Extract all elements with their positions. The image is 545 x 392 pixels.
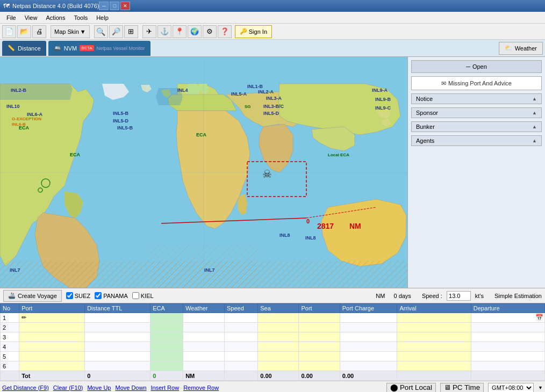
kiel-checkbox-label[interactable]: KIEL (132, 292, 154, 299)
svg-text:INL5-D: INL5-D (113, 118, 129, 124)
map-area[interactable]: INL2-B INL10 INL6-A INL4 INL1-B INL2-A I… (0, 57, 407, 288)
insert-row-link[interactable]: Insert Row (151, 384, 180, 391)
nvm-tab-label: NVM (64, 45, 77, 52)
kiel-checkbox[interactable] (132, 292, 139, 299)
weather-button[interactable]: ⛅ Weather (499, 42, 543, 55)
col-port: Port (19, 304, 85, 313)
calendar-icon[interactable]: 📅 (535, 314, 543, 321)
open-panel-button[interactable]: ─ Open (411, 60, 542, 73)
tool5-button[interactable]: ⚙ (203, 25, 217, 38)
notice-expand-icon: ▲ (532, 96, 537, 101)
row-portcharge (340, 323, 397, 332)
minimize-button[interactable]: ─ (99, 2, 109, 10)
row-port[interactable] (19, 342, 85, 352)
row-dist (85, 313, 150, 323)
panama-checkbox[interactable] (95, 292, 102, 299)
clear-link[interactable]: Clear (F10) (53, 384, 83, 391)
row-portcharge (340, 332, 397, 342)
new-button[interactable]: 📄 (2, 25, 16, 38)
menu-tools[interactable]: Tools (69, 12, 92, 23)
row-eca (150, 352, 183, 361)
menu-bar: File View Actions Tools Help (0, 12, 545, 24)
create-voyage-button[interactable]: 🚢 Create Voyage (3, 290, 62, 302)
gmt-select[interactable]: GMT+08:00 GMT+00:00 GMT+01:00 GMT+09:00 (488, 383, 534, 393)
menu-actions[interactable]: Actions (41, 12, 69, 23)
row-sea (258, 323, 299, 332)
row-speed (224, 313, 257, 323)
row-arrival (397, 342, 471, 352)
menu-help[interactable]: Help (92, 12, 113, 23)
nm-label: NM (376, 293, 385, 299)
bunker-expand-icon: ▲ (532, 124, 537, 129)
map-skin-button[interactable]: Map Skin ▼ (51, 25, 90, 38)
col-departure: Departure (471, 304, 544, 313)
maximize-button[interactable]: □ (110, 2, 119, 10)
sponsor-header[interactable]: Sponsor ▲ (412, 108, 541, 118)
row-port[interactable] (19, 352, 85, 361)
pc-time-label: PC Time (453, 383, 480, 391)
menu-view[interactable]: View (20, 12, 42, 23)
row-port-col (299, 332, 340, 342)
close-button[interactable]: ✕ (120, 2, 130, 10)
tool6-button[interactable]: ❓ (218, 25, 232, 38)
missing-port-button[interactable]: ✉ Missing Port And Advice (411, 76, 542, 90)
sponsor-section: Sponsor ▲ (411, 107, 542, 118)
get-distance-link[interactable]: Get Distance (F9) (2, 384, 49, 391)
tab-nvm[interactable]: 🚢 NVM BETA Netpas Vessel Monitor (48, 41, 150, 56)
weather-label: Weather (515, 45, 537, 52)
row-weather (183, 323, 225, 332)
menu-file[interactable]: File (2, 12, 20, 23)
port-local-button[interactable]: ⬤ Port Local (386, 383, 436, 393)
tool4-button[interactable]: 🌍 (188, 25, 202, 38)
distance-tab-label: Distance (18, 45, 41, 52)
col-eca: ECA (150, 304, 183, 313)
row-port-col (299, 342, 340, 352)
zoom-in-button[interactable]: 🔍 (94, 25, 108, 38)
row-port[interactable] (19, 361, 85, 371)
row-port[interactable]: ✏ (19, 313, 85, 323)
tool2-button[interactable]: ⚓ (157, 25, 171, 38)
svg-text:☠: ☠ (262, 168, 272, 180)
panama-checkbox-label[interactable]: PANAMA (95, 292, 128, 299)
row-sea (258, 342, 299, 352)
row-arrival (397, 323, 471, 332)
open-button[interactable]: 📂 (17, 25, 31, 38)
move-up-link[interactable]: Move Up (87, 384, 111, 391)
print-button[interactable]: 🖨 (32, 25, 46, 38)
svg-text:INL3-A: INL3-A (266, 96, 282, 101)
sign-in-button[interactable]: 🔑 Sign In (235, 25, 272, 38)
agents-header[interactable]: Agents ▲ (412, 136, 541, 146)
svg-text:Local ECA: Local ECA (328, 153, 349, 157)
row-port[interactable] (19, 332, 85, 342)
row-dist (85, 332, 150, 342)
zoom-fit-button[interactable]: ⊞ (124, 25, 138, 38)
svg-text:INL6-B: INL6-B (12, 122, 26, 127)
svg-text:SG: SG (245, 104, 251, 109)
svg-text:INL5-D: INL5-D (263, 111, 279, 116)
row-port[interactable] (19, 323, 85, 332)
row-arrival (397, 352, 471, 361)
suez-checkbox-label[interactable]: SUEZ (66, 292, 90, 299)
speed-input[interactable] (447, 291, 471, 301)
notice-header[interactable]: Notice ▲ (412, 94, 541, 104)
tool3-button[interactable]: 📍 (173, 25, 187, 38)
row-dist (85, 361, 150, 371)
panel-open-icon: ─ (466, 63, 470, 70)
table-row: 2 (1, 323, 545, 332)
tot-nm: NM (183, 371, 225, 381)
suez-checkbox[interactable] (66, 292, 73, 299)
tab-distance[interactable]: 📏 Distance (2, 41, 46, 56)
pc-time-button[interactable]: 🖥 PC Time (440, 383, 484, 393)
bunker-header[interactable]: Bunker ▲ (412, 122, 541, 132)
zoom-out-button[interactable]: 🔎 (109, 25, 123, 38)
tool1-button[interactable]: ✈ (142, 25, 156, 38)
estimation-label: Simple Estimation (494, 293, 542, 299)
voyage-toolbar: 🚢 Create Voyage SUEZ PANAMA KIEL NM 0 da… (0, 288, 545, 303)
row-eca (150, 323, 183, 332)
sponsor-label: Sponsor (416, 110, 438, 116)
remove-row-link[interactable]: Remove Row (183, 384, 219, 391)
row-dist (85, 342, 150, 352)
move-down-link[interactable]: Move Down (115, 384, 146, 391)
row-no: 4 (1, 342, 19, 352)
svg-text:INL5-B: INL5-B (113, 111, 129, 116)
